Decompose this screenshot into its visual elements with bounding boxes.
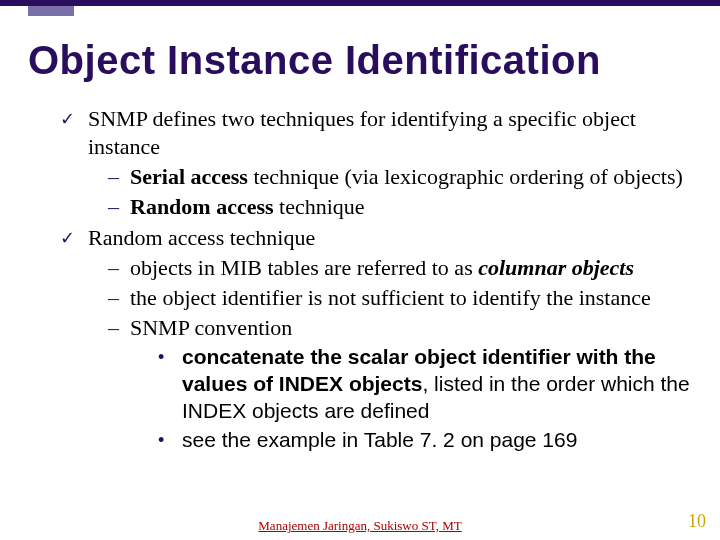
header-accent bbox=[28, 6, 74, 16]
dash-icon: – bbox=[108, 314, 122, 342]
bold-term: Random access bbox=[130, 194, 274, 219]
sub-bullet-text: Serial access technique (via lexicograph… bbox=[130, 163, 683, 191]
sub-sub-bullet-item: • see the example in Table 7. 2 on page … bbox=[158, 427, 692, 454]
sub-bullet-item: – Random access technique bbox=[108, 193, 692, 221]
sub-bullet-item: – SNMP convention bbox=[108, 314, 692, 342]
slide-title: Object Instance Identification bbox=[28, 38, 692, 83]
bullet-item: ✓ Random access technique bbox=[60, 224, 692, 252]
slide: Object Instance Identification ✓ SNMP de… bbox=[0, 0, 720, 540]
check-icon: ✓ bbox=[60, 105, 78, 161]
slide-content: ✓ SNMP defines two techniques for identi… bbox=[28, 105, 692, 454]
sub-bullet-text: the object identifier is not sufficient … bbox=[130, 284, 651, 312]
bullet-text: Random access technique bbox=[88, 224, 315, 252]
italic-bold-term: columnar objects bbox=[478, 255, 634, 280]
dash-icon: – bbox=[108, 163, 122, 191]
sub-bullet-text: SNMP convention bbox=[130, 314, 292, 342]
text-rest: technique (via lexicographic ordering of… bbox=[248, 164, 683, 189]
bullet-item: ✓ SNMP defines two techniques for identi… bbox=[60, 105, 692, 161]
sub-bullet-item: – the object identifier is not sufficien… bbox=[108, 284, 692, 312]
bullet-text: SNMP defines two techniques for identify… bbox=[88, 105, 692, 161]
dash-icon: – bbox=[108, 284, 122, 312]
sub-bullet-text: Random access technique bbox=[130, 193, 365, 221]
sub-bullet-item: – Serial access technique (via lexicogra… bbox=[108, 163, 692, 191]
slide-footer: Manajemen Jaringan, Sukiswo ST, MT bbox=[0, 518, 720, 534]
text-pre: objects in MIB tables are referred to as bbox=[130, 255, 478, 280]
sub-sub-bullet-item: • concatenate the scalar object identifi… bbox=[158, 344, 692, 425]
text-rest: technique bbox=[274, 194, 365, 219]
dash-icon: – bbox=[108, 193, 122, 221]
bold-term: Serial access bbox=[130, 164, 248, 189]
page-number: 10 bbox=[688, 511, 706, 532]
dash-icon: – bbox=[108, 254, 122, 282]
sub-sub-bullet-text: see the example in Table 7. 2 on page 16… bbox=[182, 427, 577, 454]
sub-bullet-text: objects in MIB tables are referred to as… bbox=[130, 254, 634, 282]
check-icon: ✓ bbox=[60, 224, 78, 252]
dot-icon: • bbox=[158, 427, 172, 454]
dot-icon: • bbox=[158, 344, 172, 425]
sub-sub-bullet-text: concatenate the scalar object identifier… bbox=[182, 344, 692, 425]
sub-bullet-item: – objects in MIB tables are referred to … bbox=[108, 254, 692, 282]
